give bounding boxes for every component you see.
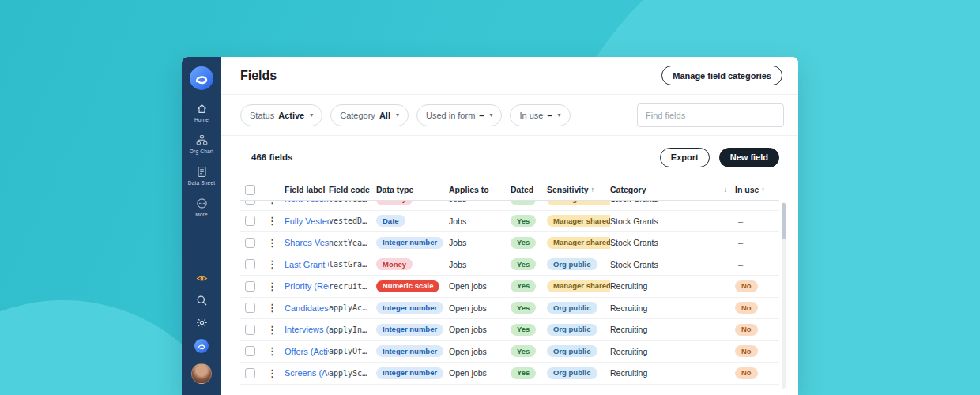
sidebar-item-org-chart[interactable]: Org Chart xyxy=(182,134,221,154)
dated-pill: Yes xyxy=(511,201,536,205)
sensitivity-pill: Manager shared xyxy=(547,237,610,249)
dated-pill: Yes xyxy=(511,215,536,227)
app-logo-icon[interactable] xyxy=(190,66,213,90)
table-row: ⋮ Offers (Active applyOf… Integer number… xyxy=(240,341,779,363)
field-label-link[interactable]: Candidates (A xyxy=(285,303,329,313)
column-header[interactable]: Dated xyxy=(511,185,547,194)
category-filter[interactable]: Category All ▾ xyxy=(330,104,409,126)
row-checkbox[interactable] xyxy=(245,368,255,378)
row-menu-icon[interactable]: ⋮ xyxy=(264,215,281,227)
dated-pill: Yes xyxy=(511,324,536,336)
table-row: ⋮ Last Grant Or lastGra… Money Jobs Yes … xyxy=(240,254,779,276)
field-count: 466 fields xyxy=(251,152,292,162)
category-value: Recruiting xyxy=(610,303,647,313)
sensitivity-pill: Org public xyxy=(547,302,597,314)
category-value: Stock Grants xyxy=(610,260,658,269)
field-label-link[interactable]: Fully Vested D xyxy=(285,216,329,226)
used-in-form-filter[interactable]: Used in form – ▾ xyxy=(416,104,503,126)
sort-arrow-icon[interactable]: ↓ xyxy=(724,186,728,194)
filter-bar: Status Active ▾ Category All ▾ Used in f… xyxy=(221,95,798,136)
user-avatar[interactable] xyxy=(191,363,212,384)
filter-label: Category xyxy=(340,111,375,120)
row-menu-icon[interactable]: ⋮ xyxy=(264,258,281,270)
row-menu-icon[interactable]: ⋮ xyxy=(264,324,281,336)
field-label-link[interactable]: Shares Vestin xyxy=(285,238,329,247)
column-header[interactable]: Field code xyxy=(329,185,376,194)
gear-icon xyxy=(196,317,208,329)
row-checkbox[interactable] xyxy=(245,259,255,269)
dated-pill: Yes xyxy=(511,345,536,357)
page-title: Fields xyxy=(240,69,277,83)
manage-field-categories-button[interactable]: Manage field categories xyxy=(662,66,782,85)
sidebar-item-label: More xyxy=(195,212,208,217)
field-label-link[interactable]: Last Grant Or xyxy=(285,260,329,269)
row-menu-icon[interactable]: ⋮ xyxy=(264,367,281,379)
highlights-button[interactable] xyxy=(196,273,208,284)
row-menu-icon[interactable]: ⋮ xyxy=(264,237,281,249)
sidebar-item-label: Org Chart xyxy=(190,149,213,154)
sidebar-item-data-sheet[interactable]: Data Sheet xyxy=(182,166,221,186)
row-checkbox[interactable] xyxy=(245,216,255,226)
row-checkbox[interactable] xyxy=(245,281,255,292)
applies-to-value: Open jobs xyxy=(449,303,487,313)
applies-to-value: Jobs xyxy=(449,201,466,204)
table-row: ⋮ Shares Vestin nextYea… Integer number … xyxy=(240,232,779,254)
field-label-link[interactable]: Next Vesting D xyxy=(285,201,329,204)
row-checkbox[interactable] xyxy=(245,201,255,205)
field-code: applySc… xyxy=(329,369,367,378)
status-filter[interactable]: Status Active ▾ xyxy=(240,104,322,126)
sidebar: Home Org Chart Data Sheet xyxy=(182,57,221,395)
search-button[interactable] xyxy=(196,295,208,307)
export-button[interactable]: Export xyxy=(660,148,710,167)
column-header[interactable]: Category↓ xyxy=(610,185,735,194)
column-header[interactable]: Field label xyxy=(285,185,329,194)
row-checkbox[interactable] xyxy=(245,238,255,248)
category-value: Stock Grants xyxy=(610,238,658,247)
sort-arrow-icon[interactable]: ↑ xyxy=(761,186,765,194)
table-row: ⋮ Interviews (Ac applyIn… Integer number… xyxy=(240,319,779,341)
in-use-filter[interactable]: In use – ▾ xyxy=(510,104,570,126)
row-checkbox[interactable] xyxy=(245,303,255,313)
field-code: recruit… xyxy=(329,282,367,291)
field-code: vestYea… xyxy=(329,201,367,204)
row-menu-icon[interactable]: ⋮ xyxy=(264,280,281,292)
row-menu-icon[interactable]: ⋮ xyxy=(264,302,281,314)
new-field-button[interactable]: New field xyxy=(719,148,779,167)
settings-button[interactable] xyxy=(196,317,208,329)
applies-to-value: Open jobs xyxy=(449,368,487,378)
field-label-link[interactable]: Offers (Active xyxy=(285,347,329,356)
row-checkbox[interactable] xyxy=(245,325,255,335)
sensitivity-pill: Org public xyxy=(547,324,597,336)
row-menu-icon[interactable]: ⋮ xyxy=(264,201,281,205)
dated-pill: Yes xyxy=(511,258,536,270)
column-header[interactable]: Data type xyxy=(376,185,449,194)
column-header[interactable]: Applies to xyxy=(449,185,511,194)
app-window: Home Org Chart Data Sheet xyxy=(182,57,798,395)
dated-pill: Yes xyxy=(511,367,536,379)
sidebar-item-more[interactable]: More xyxy=(182,198,221,217)
scrollbar-thumb[interactable] xyxy=(782,203,786,239)
eye-icon xyxy=(196,273,208,284)
sort-arrow-icon[interactable]: ↑ xyxy=(591,186,595,194)
search-input[interactable] xyxy=(637,103,784,127)
help-bob-button[interactable] xyxy=(194,339,209,353)
in-use-pill: No xyxy=(735,367,758,379)
field-label-link[interactable]: Screens (Acti xyxy=(285,368,329,378)
sensitivity-pill: Manager shared xyxy=(547,201,610,205)
row-menu-icon[interactable]: ⋮ xyxy=(264,345,281,357)
field-label-link[interactable]: Priority (Recru xyxy=(285,281,329,291)
page-header: Fields Manage field categories xyxy=(221,57,798,95)
table-scrollbar[interactable] xyxy=(782,202,786,389)
sidebar-item-home[interactable]: Home xyxy=(182,103,221,122)
row-checkbox[interactable] xyxy=(245,346,255,356)
select-all-checkbox[interactable] xyxy=(245,185,255,195)
field-code: vestedD… xyxy=(329,216,367,225)
sensitivity-pill: Manager shared xyxy=(547,280,610,292)
sidebar-item-label: Home xyxy=(194,117,209,122)
field-label-link[interactable]: Interviews (Ac xyxy=(285,325,329,334)
applies-to-value: Jobs xyxy=(449,216,466,226)
column-header[interactable]: Sensitivity↑ xyxy=(547,185,610,194)
column-header[interactable]: In use↑ xyxy=(735,185,779,194)
in-use-value: – xyxy=(735,201,743,204)
table-row: ⋮ Priority (Recru recruit… Numeric scale… xyxy=(240,276,779,298)
